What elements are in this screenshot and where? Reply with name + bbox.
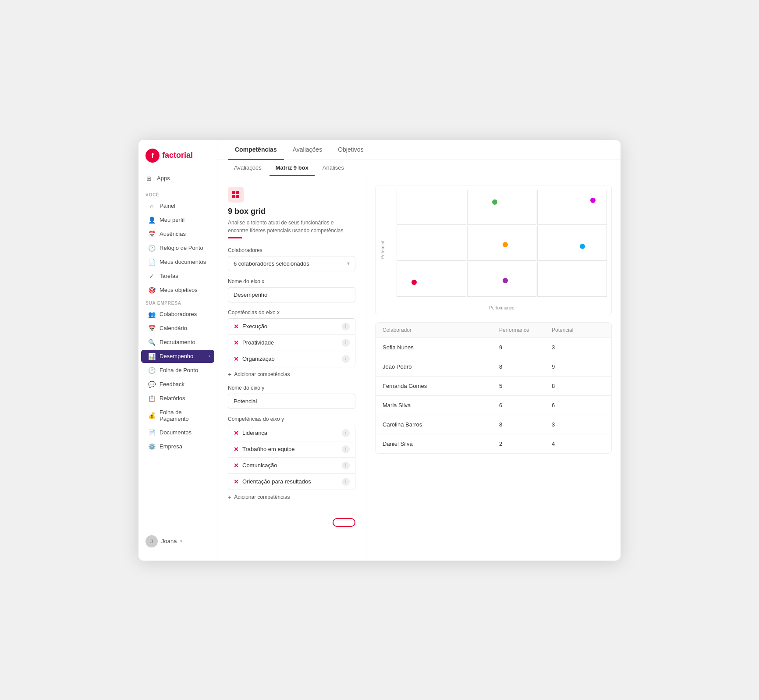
save-button[interactable]	[333, 518, 355, 527]
sidebar-item-folha-ponto[interactable]: 🕐 Folha de Ponto	[141, 364, 214, 377]
sub-tab-avaliacoes[interactable]: Avaliações	[228, 160, 268, 176]
lideranca-label: Liderança	[242, 430, 267, 436]
recrutamento-icon: 🔍	[148, 339, 155, 346]
sidebar-item-painel[interactable]: ⌂ Painel	[141, 199, 214, 213]
execucao-info-icon[interactable]: i	[342, 323, 350, 330]
tab-avaliacoes[interactable]: Avaliações	[286, 140, 329, 160]
orientacao-info-icon[interactable]: i	[342, 478, 350, 486]
table-row: Fernanda Gomes 5 8	[376, 377, 611, 396]
sidebar-item-meu-perfil[interactable]: 👤 Meu perfil	[141, 213, 214, 227]
x-competencies-label: Copetências do eixo x	[228, 309, 355, 316]
avatar: J	[145, 535, 158, 547]
grid-cell	[467, 262, 537, 297]
sidebar-item-relogio[interactable]: 🕐 Relógio de Ponto	[141, 242, 214, 255]
calendario-icon: 📅	[148, 325, 155, 332]
y-axis-input[interactable]	[228, 394, 355, 409]
cell-performance: 6	[499, 402, 552, 409]
remove-comunicacao-button[interactable]: ✕	[234, 462, 239, 469]
grid-cell	[537, 190, 607, 225]
main-content: Competências Avaliações Objetivos Avalia…	[217, 140, 621, 561]
logo: f factorial	[138, 149, 217, 171]
competency-item-trabalho-equipe: ✕ Trabañho em equipe i	[228, 441, 355, 458]
x-axis-label: Nome do eixo x	[228, 278, 355, 284]
svg-rect-1	[236, 191, 239, 194]
grid-cell	[467, 226, 537, 261]
sidebar-item-ausencias[interactable]: 📅 Ausências	[141, 227, 214, 241]
organizacao-info-icon[interactable]: i	[342, 355, 350, 363]
sidebar-item-colaboradores[interactable]: 👥 Colaboradores	[141, 308, 214, 321]
organizacao-label: Organização	[242, 355, 275, 362]
remove-lideranca-button[interactable]: ✕	[234, 430, 239, 437]
header-potencial: Potencial	[552, 327, 604, 333]
cell-name: Carolina Barros	[383, 421, 499, 428]
sidebar-item-documentos[interactable]: 📄 Documentos	[141, 426, 214, 439]
remove-organizacao-button[interactable]: ✕	[234, 355, 239, 362]
collaborators-field: Colaboradores 6 colaboradores selecionad…	[228, 247, 355, 271]
competency-item-comunicacao: ✕ Comunicação i	[228, 458, 355, 474]
y-competencies-label: Competências do eixo y	[228, 416, 355, 422]
docs-icon: 📄	[148, 429, 155, 436]
table-row: João Pedro 8 9	[376, 357, 611, 377]
user-name: Joana	[161, 538, 177, 544]
chart-dot	[492, 199, 497, 205]
tab-competencias[interactable]: Competências	[228, 140, 284, 160]
lideranca-info-icon[interactable]: i	[342, 429, 350, 437]
tarefas-label: Tarefas	[160, 273, 178, 279]
trabalho-label: Trabañho em equipe	[242, 446, 295, 452]
x-axis-input[interactable]	[228, 287, 355, 302]
sidebar-item-empresa[interactable]: ⚙️ Empresa	[141, 440, 214, 453]
cell-performance: 8	[499, 363, 552, 370]
sidebar-item-tarefas[interactable]: ✓ Tarefas	[141, 270, 214, 283]
cell-name: João Pedro	[383, 363, 499, 370]
tarefas-icon: ✓	[148, 273, 155, 280]
cell-potencial: 6	[552, 402, 604, 409]
sidebar-item-relatorios[interactable]: 📋 Relatórios	[141, 392, 214, 405]
collaborators-select[interactable]: 6 colaboradores selecionados ▾	[228, 256, 355, 271]
sidebar-item-meus-documentos[interactable]: 📄 Meus documentos	[141, 256, 214, 269]
sidebar-item-meus-objetivos[interactable]: 🎯 Meus objetivos	[141, 284, 214, 297]
competency-item-orientacao: ✕ Orientação para resultados i	[228, 474, 355, 490]
folha-ponto-icon: 🕐	[148, 367, 155, 374]
grid-cell	[537, 226, 607, 261]
comunicacao-info-icon[interactable]: i	[342, 462, 350, 469]
chart-dot	[590, 198, 596, 203]
y-competencies-box: ✕ Liderança i ✕ Trabañho em equipe i	[228, 425, 355, 490]
user-profile[interactable]: J Joana ▾	[138, 531, 217, 552]
sub-tab-matriz-9box[interactable]: Matriz 9 box	[270, 160, 315, 176]
proatividade-info-icon[interactable]: i	[342, 339, 350, 347]
recrutamento-label: Recrutamento	[160, 339, 195, 345]
meu-perfil-label: Meu perfil	[160, 217, 184, 223]
apps-label: Apps	[157, 175, 170, 181]
tab-objetivos[interactable]: Objetivos	[331, 140, 370, 160]
add-x-competency-button[interactable]: + Adicionar competências	[228, 367, 355, 378]
chart-dot	[503, 242, 508, 247]
remove-orientacao-button[interactable]: ✕	[234, 478, 239, 485]
header-performance: Performance	[499, 327, 552, 333]
sidebar-item-folha-pagamento[interactable]: 💰 Folha de Pagamento	[141, 406, 214, 425]
cell-name: Maria Silva	[383, 402, 499, 409]
sidebar-item-recrutamento[interactable]: 🔍 Recrutamento	[141, 336, 214, 349]
data-table: Colaborador Performance Potencial Sofia …	[375, 322, 612, 454]
sidebar-item-calendario[interactable]: 📅 Calendário	[141, 322, 214, 335]
calendario-label: Calendário	[160, 325, 187, 331]
remove-proatividade-button[interactable]: ✕	[234, 339, 239, 346]
add-y-competency-button[interactable]: + Adicionar competências	[228, 490, 355, 501]
table-row: Daniel Silva 2 4	[376, 434, 611, 453]
sidebar-item-desempenho[interactable]: 📊 Desempenho ›	[141, 350, 214, 363]
remove-execucao-button[interactable]: ✕	[234, 323, 239, 330]
trabalho-info-icon[interactable]: i	[342, 445, 350, 453]
sub-tab-analises[interactable]: Análises	[316, 160, 350, 176]
add-x-plus-icon: +	[228, 371, 231, 378]
x-axis-field: Nome do eixo x	[228, 278, 355, 302]
meus-docs-label: Meus documentos	[160, 259, 206, 265]
sidebar-item-apps[interactable]: ⊞ Apps	[138, 171, 217, 185]
collaborators-label: Colaboradores	[228, 247, 355, 253]
folha-ponto-label: Folha de Ponto	[160, 367, 198, 373]
remove-trabalho-button[interactable]: ✕	[234, 446, 239, 453]
competency-item-lideranca: ✕ Liderança i	[228, 425, 355, 441]
painel-icon: ⌂	[148, 203, 155, 210]
sidebar-item-feedback[interactable]: 💬 Feedback	[141, 378, 214, 391]
ausencias-icon: 📅	[148, 231, 155, 238]
y-axis-chart-label: Potential	[380, 241, 385, 259]
collaborators-chevron-icon: ▾	[347, 260, 350, 266]
